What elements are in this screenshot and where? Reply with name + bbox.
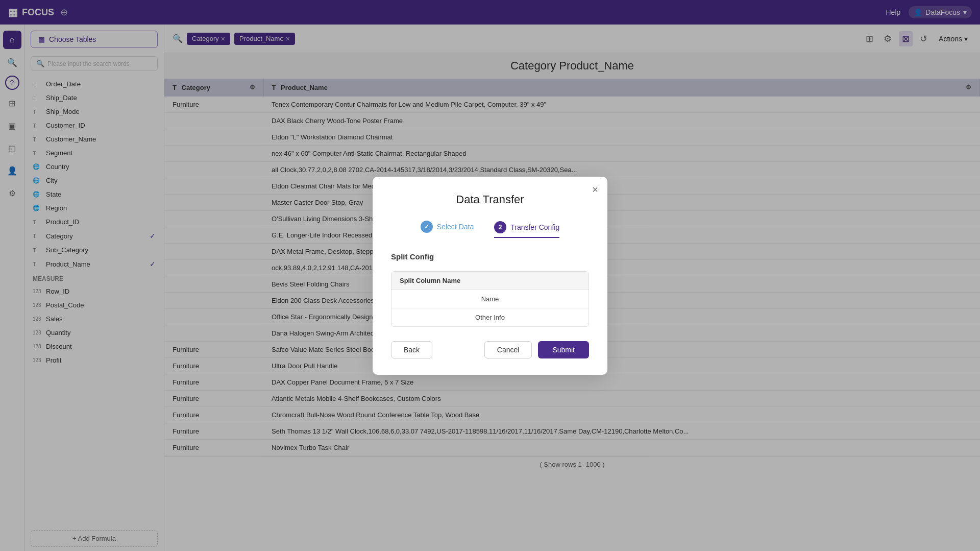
step2-label: Transfer Config [510,223,559,231]
split-config-table: Split Column Name Name Other Info [391,271,589,327]
cancel-button[interactable]: Cancel [484,341,532,358]
step1-label: Select Data [437,223,474,231]
split-config-section-label: Split Config [391,252,589,261]
step2-num: 2 [494,221,506,233]
step1-num: ✓ [421,221,433,233]
step-transfer-config[interactable]: 2 Transfer Config [494,221,559,238]
split-row-other-info: Other Info [391,308,589,326]
modal-overlay: × Data Transfer ✓ Select Data 2 Transfer… [0,0,980,551]
step-select-data[interactable]: ✓ Select Data [421,221,474,238]
modal-actions: Back Cancel Submit [391,341,589,358]
split-row-name: Name [391,290,589,308]
split-column-name-header: Split Column Name [391,272,589,290]
back-button[interactable]: Back [391,341,432,358]
modal-title: Data Transfer [391,193,589,206]
submit-button[interactable]: Submit [538,341,589,358]
data-transfer-modal: × Data Transfer ✓ Select Data 2 Transfer… [373,177,607,375]
modal-steps: ✓ Select Data 2 Transfer Config [391,221,589,238]
modal-close-button[interactable]: × [592,184,598,196]
